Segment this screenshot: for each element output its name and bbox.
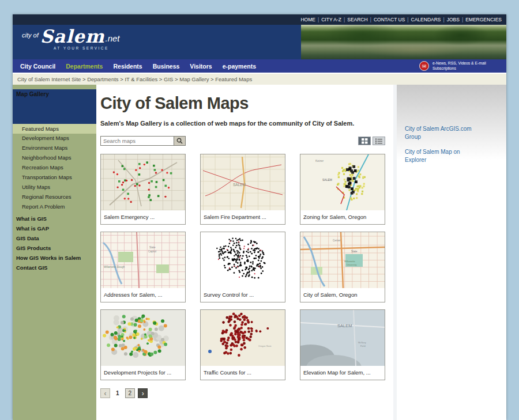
content-row: Map Gallery Featured Maps Development Ma… [13,85,506,420]
sidebar-item-utility-maps[interactable]: Utility Maps [13,182,96,192]
svg-text:State: State [149,246,156,249]
breadcrumb[interactable]: City of Salem Internet Site > Department… [13,73,506,85]
logo-main: Salem [40,26,105,47]
map-card-title[interactable]: Elevation Map for Salem, ... [300,366,385,380]
subscriptions-link[interactable]: ✉ e-News, RSS, Videos & E-mail Subscript… [419,61,506,71]
map-card-development-projects[interactable]: Development Projects for ... [100,309,186,380]
nav-item-visitors[interactable]: Visitors [185,63,217,70]
map-explorer-link[interactable]: City of Salem Map on Explorer [405,148,481,164]
arcgis-group-link[interactable]: City of Salem ArcGIS.com Group [405,125,481,141]
sidebar-item-what-is-gis[interactable]: What is GIS [13,214,96,224]
nav-item-business[interactable]: Business [148,63,185,70]
svg-text:Capitol: Capitol [148,250,156,253]
map-thumbnail-development [101,310,185,366]
map-card-addresses[interactable]: Willamette SloughStateCapitol Addresses … [100,232,186,302]
sidebar-item-development-maps[interactable]: Development Maps [13,134,96,143]
pagination: ‹ 1 2 › [100,388,389,405]
list-view-button[interactable] [373,137,385,145]
sidebar-item-gis-products[interactable]: GIS Products [13,244,96,253]
svg-text:SALEM: SALEM [337,323,352,328]
topbar-link-search[interactable]: SEARCH [347,17,367,22]
page-1-button[interactable]: 1 [113,389,122,398]
map-card-grid: Salem Emergency ... SALEM Salem Fire Dep… [100,154,389,380]
svg-text:Oregon State: Oregon State [258,345,272,347]
topbar-link-home[interactable]: HOME [300,17,315,22]
svg-text:Keizer: Keizer [315,159,324,162]
svg-text:State: State [351,250,358,253]
sidebar-item-neighborhood-maps[interactable]: Neighborhood Maps [13,153,96,163]
svg-text:Willamette: Willamette [344,260,355,263]
sidebar-item-recreation-maps[interactable]: Recreation Maps [13,163,96,173]
sidebar-item-report-a-problem[interactable]: Report A Problem [13,202,96,211]
page-2-button[interactable]: 2 [125,388,136,398]
sidebar-item-how-gis-works[interactable]: How GIS Works in Salem [13,253,96,263]
map-card-zoning[interactable]: KeizerSALEM Zoning for Salem, Oregon [300,154,385,225]
map-card-salem-emergency[interactable]: Salem Emergency ... [100,154,186,225]
svg-text:Center: Center [333,239,341,242]
map-card-title[interactable]: Survey Control for ... [201,288,285,302]
list-view-icon [375,138,382,144]
sidebar-item-transportation-maps[interactable]: Transportation Maps [13,172,96,182]
topbar-link-city-a-z[interactable]: CITY A-Z [321,17,341,22]
sidebar-item-gis-data[interactable]: GIS Data [13,234,96,244]
map-card-title[interactable]: Traffic Counts for ... [201,366,285,380]
sidebar-item-map-gallery[interactable]: Map Gallery [13,89,96,124]
topbar-link-emergencies[interactable]: EMERGENCIES [465,17,502,22]
map-card-city-of-salem[interactable]: CenterStateWillametteUniversity City of … [300,232,385,302]
nav-item-departments[interactable]: Departments [61,63,108,70]
grid-view-button[interactable] [358,137,371,145]
search-input[interactable] [100,136,174,146]
separator: | [370,17,371,22]
separator: | [344,17,345,22]
map-thumbnail-emergency [101,154,185,210]
utility-nav: HOME| CITY A-Z| SEARCH| CONTACT US| CALE… [13,14,506,25]
map-card-title[interactable]: Development Projects for ... [101,366,185,380]
nav-item-city-council[interactable]: City Council [15,63,61,70]
map-card-title[interactable]: Salem Emergency ... [101,210,185,224]
logo-text: city ofSalem.net [22,28,301,46]
sidebar-item-environment-maps[interactable]: Environment Maps [13,143,96,153]
page-title: City of Salem Maps [100,94,389,113]
separator: | [318,17,319,22]
intro-text: Salem's Map Gallery is a collection of w… [100,120,389,127]
map-card-survey-control[interactable]: Survey Control for ... [200,232,285,302]
topbar-link-jobs[interactable]: JOBS [447,17,460,22]
map-thumbnail-fire: SALEM [201,154,285,210]
logo-prefix: city of [22,32,39,39]
right-sidebar: City of Salem ArcGIS.com Group City of S… [397,85,506,420]
svg-text:McNary: McNary [358,341,366,344]
map-card-title[interactable]: Addresses for Salem, ... [101,288,185,302]
sidebar: Map Gallery Featured Maps Development Ma… [13,85,96,420]
map-card-fire-department[interactable]: SALEM Salem Fire Department ... [200,154,285,225]
topbar-link-calendars[interactable]: CALENDARS [411,17,441,22]
separator: | [462,17,463,22]
map-card-title[interactable]: Zoning for Salem, Oregon [300,210,385,224]
prev-page-button[interactable]: ‹ [100,388,110,398]
envelope-icon: ✉ [419,61,429,71]
topbar-link-contact-us[interactable]: CONTACT US [374,17,405,22]
map-thumbnail-survey [201,232,285,288]
sidebar-item-what-is-gap[interactable]: What is GAP [13,224,96,234]
site-logo[interactable]: city ofSalem.net AT YOUR SERVICE [13,25,301,59]
next-page-button[interactable]: › [138,388,148,398]
map-card-title[interactable]: Salem Fire Department ... [201,210,285,224]
sidebar-item-contact-gis[interactable]: Contact GIS [13,263,96,273]
nav-item-residents[interactable]: Residents [108,63,147,70]
svg-text:SALEM: SALEM [233,183,246,187]
sidebar-item-regional-resources[interactable]: Regional Resources [13,192,96,202]
svg-text:Willamette Slough: Willamette Slough [104,266,125,268]
svg-text:SALEM: SALEM [322,178,332,181]
separator: | [443,17,445,22]
search-button[interactable] [174,136,186,146]
nav-item-e-payments[interactable]: e-payments [217,63,261,70]
map-thumbnail-addresses: Willamette SloughStateCapitol [101,232,185,288]
view-toggles [358,137,385,145]
map-card-traffic-counts[interactable]: Oregon State Traffic Counts for ... [200,309,285,380]
map-card-elevation[interactable]: SALEMMcNaryField Elevation Map for Salem… [300,309,385,380]
search-row [100,136,385,146]
logo-suffix: .net [106,33,120,43]
main-nav: City Council Departments Residents Busin… [13,59,506,73]
sidebar-item-featured-maps[interactable]: Featured Maps [13,124,96,134]
main-content: City of Salem Maps Salem's Map Gallery i… [96,85,393,420]
map-card-title[interactable]: City of Salem, Oregon [300,288,385,302]
